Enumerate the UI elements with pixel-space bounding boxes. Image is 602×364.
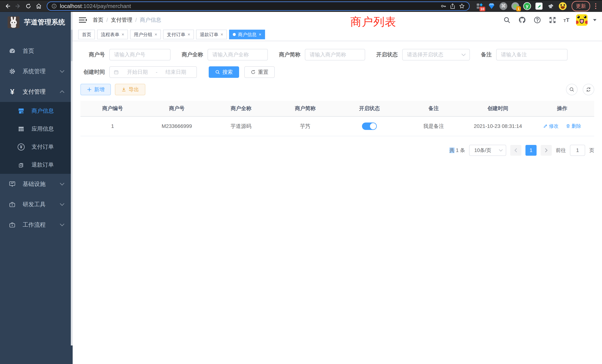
- refresh-icon: [251, 69, 256, 75]
- cell-merchant-id: 1: [80, 116, 145, 136]
- export-button[interactable]: 导出: [115, 84, 145, 95]
- create-time-label: 创建时间: [80, 68, 105, 76]
- tab-process-form[interactable]: 流程表单 ×: [97, 30, 128, 39]
- url-path: :1024/pay/merchant: [82, 3, 131, 9]
- header-search-icon[interactable]: [503, 16, 511, 24]
- page-info-icon[interactable]: [51, 3, 57, 9]
- extension-tabs-icon[interactable]: 10: [476, 2, 484, 10]
- next-page-button[interactable]: [541, 145, 552, 156]
- page-size-select[interactable]: 10条/页: [469, 145, 506, 156]
- back-arrow-icon: [6, 4, 10, 8]
- sidebar-scrollbar[interactable]: [71, 12, 73, 345]
- sidebar-item-refund-order[interactable]: 退款订单: [0, 156, 73, 174]
- page-1-button[interactable]: 1: [526, 145, 537, 156]
- table-header-row: 商户编号 商户号 商户全称 商户简称 开启状态 备注 创建时间 操作: [80, 101, 594, 116]
- edit-button[interactable]: 修改: [543, 123, 559, 129]
- extension-emoji-icon[interactable]: [559, 2, 567, 10]
- tab-pay-order[interactable]: 支付订单 ×: [163, 30, 194, 39]
- browser-forward-button[interactable]: [13, 1, 23, 11]
- extension-puzzle-icon[interactable]: [547, 2, 555, 10]
- sidebar-item-merchant[interactable]: 商户信息: [0, 102, 73, 120]
- sidebar-item-pay[interactable]: ¥ 支付管理: [0, 82, 73, 102]
- toggle-search-button[interactable]: [566, 84, 578, 95]
- close-icon[interactable]: ×: [188, 32, 190, 37]
- share-icon[interactable]: [450, 3, 456, 9]
- remark-input[interactable]: [496, 49, 568, 60]
- breadcrumb-separator: /: [106, 17, 108, 23]
- font-size-icon[interactable]: TT: [563, 17, 569, 23]
- fullscreen-icon[interactable]: [548, 16, 557, 24]
- tab-label: 支付订单: [167, 32, 185, 38]
- refresh-table-button[interactable]: [583, 84, 594, 95]
- extension-command-icon[interactable]: ⌘: [499, 2, 507, 10]
- extension-notifier-icon[interactable]: 1: [511, 2, 519, 10]
- goto-page-input[interactable]: [570, 145, 585, 156]
- tab-label: 商户信息: [238, 32, 257, 38]
- sidebar-item-dev-tools[interactable]: 研发工具: [0, 194, 73, 215]
- merchant-table: 商户编号 商户号 商户全称 商户简称 开启状态 备注 创建时间 操作 1 M23…: [80, 101, 594, 136]
- breadcrumb-pay[interactable]: 支付管理: [111, 16, 132, 24]
- sidebar-item-home[interactable]: 首页: [0, 41, 73, 61]
- table-row: 1 M233666999 芋道源码 芋艿 我是备注 2021-10-23 08:…: [80, 116, 594, 136]
- search-icon: [569, 87, 575, 92]
- goto-label: 前往: [556, 147, 566, 154]
- breadcrumb-separator: /: [135, 17, 137, 23]
- help-icon[interactable]: [533, 16, 542, 24]
- search-icon: [215, 69, 220, 75]
- tab-refund-order[interactable]: 退款订单 ×: [196, 30, 227, 39]
- browser-home-button[interactable]: [34, 1, 43, 11]
- status-select[interactable]: 请选择开启状态: [402, 49, 470, 60]
- merchant-no-input[interactable]: [109, 49, 171, 60]
- bookmark-star-icon[interactable]: [459, 3, 465, 9]
- breadcrumb-current: 商户信息: [140, 16, 161, 24]
- password-key-icon[interactable]: [440, 3, 447, 9]
- full-name-input[interactable]: [208, 49, 268, 60]
- pagination-total: 共 1 条: [450, 147, 465, 154]
- chevron-down-icon: [60, 223, 64, 226]
- prev-page-button[interactable]: [510, 145, 521, 156]
- col-remark: 备注: [402, 101, 466, 116]
- close-icon[interactable]: ×: [155, 32, 157, 37]
- cell-actions: 修改 删除: [530, 116, 594, 136]
- sidebar-item-infra[interactable]: 基础设施: [0, 174, 73, 194]
- chevron-right-icon: [544, 148, 548, 153]
- delete-button[interactable]: 删除: [566, 123, 581, 129]
- tab-user-group[interactable]: 用户分组 ×: [130, 30, 161, 39]
- browser-update-button[interactable]: 更新: [572, 1, 590, 11]
- avatar[interactable]: [576, 14, 588, 26]
- extension-badge: 10: [480, 7, 485, 11]
- goto-suffix: 页: [589, 147, 594, 154]
- browser-reload-button[interactable]: [24, 1, 33, 11]
- add-button[interactable]: 新增: [80, 84, 111, 95]
- sidebar-item-label: 基础设施: [23, 180, 60, 188]
- sidebar-item-workflow[interactable]: 工作流程: [0, 215, 73, 235]
- github-icon[interactable]: [518, 16, 526, 24]
- browser-back-button[interactable]: [3, 1, 12, 11]
- extension-badge: 1: [516, 6, 521, 11]
- short-name-input[interactable]: [305, 49, 365, 60]
- extension-gem-icon[interactable]: [487, 2, 496, 10]
- tab-home[interactable]: 首页: [78, 30, 95, 39]
- app-logo-row[interactable]: 芋道管理系统: [0, 12, 73, 33]
- sidebar-item-system[interactable]: 系统管理: [0, 61, 73, 82]
- close-icon[interactable]: ×: [259, 32, 261, 37]
- reset-button[interactable]: 重置: [244, 66, 275, 78]
- search-button[interactable]: 搜索: [209, 66, 239, 78]
- url-host: localhost: [60, 3, 82, 9]
- sidebar-fold-button[interactable]: [78, 16, 87, 24]
- url-bar[interactable]: localhost:1024/pay/merchant: [47, 1, 470, 11]
- extension-y-icon[interactable]: y: [523, 2, 531, 10]
- sidebar-item-application[interactable]: 应用信息: [0, 120, 73, 138]
- tab-merchant-info[interactable]: 商户信息 ×: [229, 30, 265, 39]
- status-toggle[interactable]: [362, 122, 377, 130]
- extension-notes-icon[interactable]: [535, 2, 543, 10]
- browser-menu-button[interactable]: [592, 2, 599, 10]
- close-icon[interactable]: ×: [221, 32, 223, 37]
- col-short-name: 商户简称: [273, 101, 337, 116]
- dashboard-icon: [8, 47, 16, 54]
- avatar-caret-icon[interactable]: [593, 19, 596, 21]
- sidebar-item-pay-order[interactable]: ¥ 支付订单: [0, 138, 73, 156]
- create-time-range-picker[interactable]: 开始日期 - 结束日期: [109, 66, 197, 78]
- breadcrumb-home[interactable]: 首页: [93, 16, 103, 24]
- close-icon[interactable]: ×: [122, 32, 124, 37]
